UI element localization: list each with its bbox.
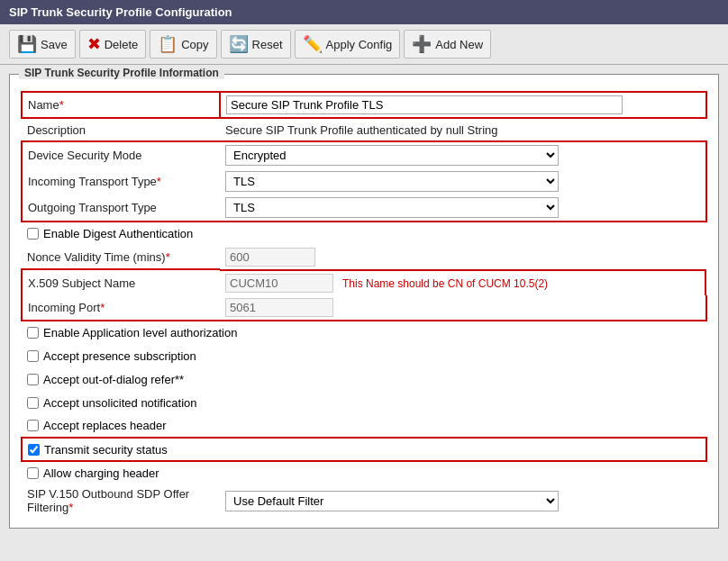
incoming-port-input[interactable] — [225, 298, 333, 317]
form-table: Name* Description Secure SIP Trunk Profi… — [21, 91, 707, 517]
copy-button[interactable]: 📋 Copy — [150, 30, 216, 59]
accept-out-of-dialog-row: Accept out-of-dialog refer** — [22, 367, 706, 391]
incoming-port-row: Incoming Port* — [22, 295, 706, 321]
accept-presence-checkbox[interactable] — [27, 350, 39, 362]
enable-app-auth-cell: Enable Application level authorization — [22, 321, 706, 344]
nonce-validity-label: Nonce Validity Time (mins)* — [22, 245, 220, 269]
allow-charging-label: Allow charging header — [27, 466, 701, 480]
name-row: Name* — [22, 92, 706, 118]
delete-icon: ✖ — [87, 34, 101, 54]
allow-charging-checkbox[interactable] — [27, 467, 39, 479]
accept-replaces-row: Accept replaces header — [22, 414, 706, 438]
incoming-transport-select[interactable]: TLS TCP UDP TCP+UDP — [225, 171, 559, 192]
toolbar: 💾 Save ✖ Delete 📋 Copy 🔄 Reset ✏️ Apply … — [0, 24, 728, 65]
accept-unsolicited-cell: Accept unsolicited notification — [22, 391, 706, 414]
reset-button[interactable]: 🔄 Reset — [221, 30, 291, 59]
copy-label: Copy — [181, 38, 208, 51]
incoming-port-label: Incoming Port* — [22, 295, 220, 321]
accept-out-of-dialog-cell: Accept out-of-dialog refer** — [22, 367, 706, 391]
add-new-button[interactable]: ➕ Add New — [404, 30, 491, 59]
sip-v150-select[interactable]: Use Default Filter No Filtering Force G.… — [225, 491, 559, 511]
outgoing-transport-label: Outgoing Transport Type — [22, 195, 220, 222]
enable-digest-label: Enable Digest Authentication — [27, 227, 701, 240]
apply-label: Apply Config — [326, 38, 393, 51]
apply-config-button[interactable]: ✏️ Apply Config — [295, 30, 401, 59]
enable-app-auth-checkbox[interactable] — [27, 327, 39, 339]
save-icon: 💾 — [17, 34, 37, 54]
name-label: Name* — [22, 92, 220, 118]
nonce-validity-cell — [220, 245, 706, 269]
save-label: Save — [41, 38, 68, 51]
transmit-security-cell: Transmit security status — [22, 438, 706, 461]
title-bar: SIP Trunk Security Profile Configuration — [0, 0, 728, 24]
outgoing-transport-row: Outgoing Transport Type TLS TCP UDP TCP+… — [22, 195, 706, 222]
outgoing-transport-select[interactable]: TLS TCP UDP TCP+UDP — [225, 197, 559, 218]
accept-unsolicited-label: Accept unsolicited notification — [27, 396, 701, 410]
nonce-validity-row: Nonce Validity Time (mins)* — [22, 245, 706, 269]
reset-icon: 🔄 — [229, 34, 249, 54]
incoming-transport-row: Incoming Transport Type* TLS TCP UDP TCP… — [22, 168, 706, 195]
transmit-security-checkbox[interactable] — [28, 444, 40, 456]
allow-charging-row: Allow charging header — [22, 461, 706, 484]
name-input[interactable] — [226, 95, 623, 114]
transmit-security-label: Transmit security status — [28, 443, 700, 457]
save-button[interactable]: 💾 Save — [9, 30, 76, 59]
accept-replaces-label: Accept replaces header — [27, 419, 701, 432]
accept-presence-label: Accept presence subscription — [27, 349, 701, 363]
x509-subject-cell: This Name should be CN of CUCM 10.5(2) — [220, 269, 706, 295]
description-value: Secure SIP Trunk Profile authenticated b… — [220, 118, 706, 141]
section-title: SIP Trunk Security Profile Information — [19, 67, 224, 79]
accept-out-of-dialog-checkbox[interactable] — [27, 374, 39, 385]
delete-button[interactable]: ✖ Delete — [79, 30, 147, 59]
description-label: Description — [22, 118, 220, 141]
accept-unsolicited-checkbox[interactable] — [27, 397, 39, 409]
title-label: SIP Trunk Security Profile Configuration — [9, 5, 232, 19]
x509-subject-row: X.509 Subject Name This Name should be C… — [22, 269, 706, 295]
device-security-mode-label: Device Security Mode — [22, 141, 220, 168]
sip-v150-cell: Use Default Filter No Filtering Force G.… — [220, 484, 706, 517]
x509-subject-label: X.509 Subject Name — [22, 269, 220, 295]
delete-label: Delete — [105, 38, 139, 51]
accept-presence-row: Accept presence subscription — [22, 344, 706, 367]
incoming-transport-label: Incoming Transport Type* — [22, 168, 220, 195]
section-box: SIP Trunk Security Profile Information N… — [9, 74, 719, 529]
transmit-security-row: Transmit security status — [22, 438, 706, 461]
allow-charging-cell: Allow charging header — [22, 461, 706, 484]
incoming-transport-cell: TLS TCP UDP TCP+UDP — [220, 168, 706, 195]
name-value-cell — [220, 92, 706, 118]
add-new-icon: ➕ — [412, 34, 432, 54]
device-security-mode-cell: Encrypted Non Secure Authenticated — [220, 141, 706, 168]
enable-app-auth-label: Enable Application level authorization — [27, 326, 701, 339]
accept-out-of-dialog-label: Accept out-of-dialog refer** — [27, 373, 701, 386]
enable-digest-cell: Enable Digest Authentication — [22, 222, 706, 245]
accept-replaces-checkbox[interactable] — [27, 420, 39, 431]
reset-label: Reset — [252, 38, 283, 51]
apply-icon: ✏️ — [303, 34, 323, 54]
main-content: SIP Trunk Security Profile Information N… — [0, 65, 728, 561]
device-security-mode-row: Device Security Mode Encrypted Non Secur… — [22, 141, 706, 168]
accept-presence-cell: Accept presence subscription — [22, 344, 706, 367]
device-security-mode-select[interactable]: Encrypted Non Secure Authenticated — [225, 145, 559, 166]
description-row: Description Secure SIP Trunk Profile aut… — [22, 118, 706, 141]
enable-digest-row: Enable Digest Authentication — [22, 222, 706, 245]
add-new-label: Add New — [435, 38, 483, 51]
accept-replaces-cell: Accept replaces header — [22, 414, 706, 438]
x509-subject-input[interactable] — [225, 274, 333, 293]
x509-hint: This Name should be CN of CUCM 10.5(2) — [342, 277, 548, 290]
sip-v150-label: SIP V.150 Outbound SDP Offer Filtering* — [22, 484, 220, 517]
sip-v150-row: SIP V.150 Outbound SDP Offer Filtering* … — [22, 484, 706, 517]
enable-digest-checkbox[interactable] — [27, 228, 39, 240]
copy-icon: 📋 — [158, 34, 177, 54]
outgoing-transport-cell: TLS TCP UDP TCP+UDP — [220, 195, 706, 222]
accept-unsolicited-row: Accept unsolicited notification — [22, 391, 706, 414]
enable-app-auth-row: Enable Application level authorization — [22, 321, 706, 344]
nonce-validity-input[interactable] — [225, 248, 315, 267]
incoming-port-cell — [220, 295, 706, 321]
